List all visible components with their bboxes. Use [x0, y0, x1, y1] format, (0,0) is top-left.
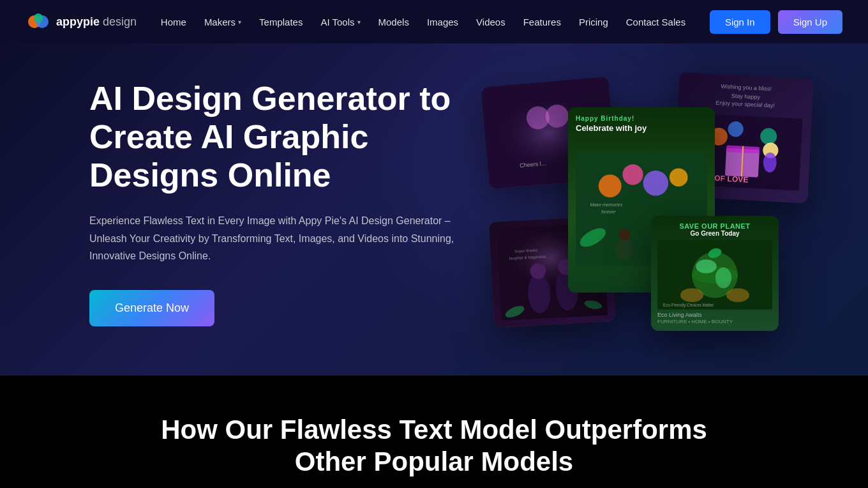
generate-now-button[interactable]: Generate Now: [89, 290, 214, 326]
hero-title: AI Design Generator to Create AI Graphic…: [89, 80, 485, 194]
nav-images[interactable]: Images: [427, 17, 458, 27]
furniture-text: FURNITURE • HOME • BOUNTY: [657, 319, 733, 324]
svg-point-10: [622, 164, 643, 185]
svg-point-11: [643, 171, 668, 195]
navbar: appypie design Home Makers ▾ Templates A…: [0, 0, 868, 43]
brand-name-suffix: design: [100, 15, 137, 28]
brand-name-main: appypie: [56, 15, 100, 28]
nav-home[interactable]: Home: [161, 17, 186, 27]
svg-text:Eco-Friendly Choices Matter: Eco-Friendly Choices Matter: [663, 303, 714, 308]
nav-features[interactable]: Features: [523, 17, 561, 27]
logo-link[interactable]: appypie design: [26, 9, 137, 34]
nav-pricing[interactable]: Pricing: [579, 17, 608, 27]
svg-text:forever: forever: [601, 210, 616, 215]
nav-templates[interactable]: Templates: [259, 17, 303, 27]
svg-point-12: [670, 168, 688, 187]
eco-svg: Eco-Friendly Choices Matter: [657, 240, 772, 310]
hero-card-eco: SAVE OUR PLANET Go Green Today: [651, 216, 779, 331]
nav-contact-sales[interactable]: Contact Sales: [626, 17, 685, 27]
svg-point-16: [618, 229, 630, 240]
nav-ai-tools[interactable]: AI Tools ▾: [320, 17, 360, 27]
logo-icon: [26, 9, 51, 34]
nav-models[interactable]: Models: [378, 17, 409, 27]
svg-point-46: [680, 288, 703, 302]
nav-links: Home Makers ▾ Templates AI Tools ▾ Model…: [161, 17, 685, 27]
brand-name: appypie design: [56, 15, 137, 29]
eco-living-text: Eco Living Awaits: [657, 312, 702, 318]
svg-point-9: [599, 174, 622, 197]
hero-section: AI Design Generator to Create AI Graphic…: [0, 43, 868, 376]
nav-buttons: Sign In Sign Up: [710, 10, 842, 34]
nav-makers[interactable]: Makers ▾: [204, 17, 241, 27]
svg-point-47: [726, 288, 749, 302]
svg-point-45: [715, 268, 731, 288]
svg-point-2: [34, 13, 43, 22]
svg-point-44: [696, 259, 716, 273]
signup-button[interactable]: Sign Up: [778, 10, 842, 34]
eco-title-text: SAVE OUR PLANET: [657, 222, 772, 230]
eco-subtitle: Go Green Today: [657, 230, 772, 237]
hero-image-collage: Cheers l... Happy Birthday! Celebrate wi…: [485, 75, 817, 331]
hero-description: Experience Flawless Text in Every Image …: [89, 212, 460, 264]
makers-dropdown-arrow: ▾: [238, 19, 241, 26]
comparison-section: How Our Flawless Text Model Outperforms …: [0, 376, 868, 488]
hero-content: AI Design Generator to Create AI Graphic…: [89, 80, 485, 326]
birthday-name: Celebrate with joy: [576, 123, 647, 133]
nav-videos[interactable]: Videos: [476, 17, 505, 27]
comparison-title: How Our Flawless Text Model Outperforms …: [147, 414, 721, 478]
birthday-label: Happy Birthday!: [576, 115, 634, 122]
signin-button[interactable]: Sign In: [710, 10, 770, 34]
svg-point-15: [616, 238, 633, 261]
svg-text:Make memories: Make memories: [590, 202, 622, 208]
ai-tools-dropdown-arrow: ▾: [357, 19, 361, 26]
